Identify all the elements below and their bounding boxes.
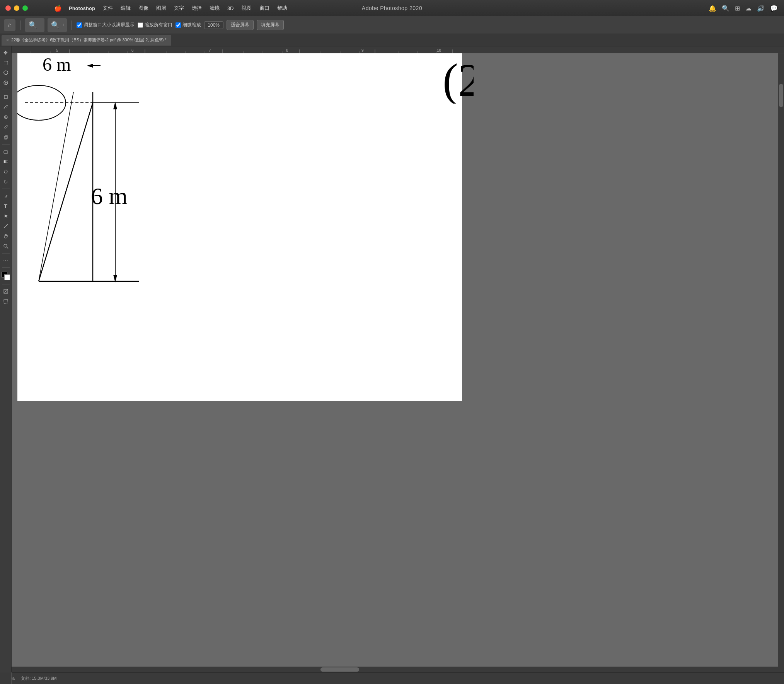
zoom-out-button[interactable]: 🔍 xyxy=(27,20,38,31)
titlebar-right-icons: 🔔 🔍 ⊞ ☁ 🔊 💬 xyxy=(709,5,778,12)
menu-edit[interactable]: 编辑 xyxy=(117,5,135,12)
apps-icon[interactable]: ⊞ xyxy=(735,5,740,12)
menu-3d[interactable]: 3D xyxy=(223,5,238,11)
fit-window-checkbox[interactable] xyxy=(77,22,82,28)
hand-tool[interactable] xyxy=(1,231,10,241)
zoom-value-input[interactable] xyxy=(204,21,223,29)
menu-view[interactable]: 视图 xyxy=(238,5,256,12)
notification-icon[interactable]: 🔔 xyxy=(709,5,716,12)
canvas-area: 6 m xyxy=(12,53,784,672)
zoom-in-icon: + xyxy=(62,23,65,27)
image-frame-tool[interactable] xyxy=(1,287,10,296)
svg-point-39 xyxy=(4,244,7,247)
svg-line-65 xyxy=(39,92,73,281)
zoom-tool[interactable] xyxy=(1,242,10,251)
apple-menu-icon[interactable]: 🍎 xyxy=(51,5,65,12)
eyedropper-tool[interactable] xyxy=(1,102,10,112)
cloud-icon[interactable]: ☁ xyxy=(745,5,752,12)
color-swatches[interactable] xyxy=(2,272,10,280)
tool-separator-3 xyxy=(2,189,10,189)
status-bar: 300% 文档: 15.0M/33.9M xyxy=(0,672,784,684)
document-tab[interactable]: × 22春《全品学练考》6数下教用（BS）素养测评卷-2.pdf @ 300% … xyxy=(2,35,171,46)
svg-text:9: 9 xyxy=(361,48,364,53)
menu-text[interactable]: 文字 xyxy=(170,5,188,12)
clone-tool[interactable] xyxy=(1,133,10,142)
toolbar-divider-1 xyxy=(20,20,20,30)
partial-label-2: (2 xyxy=(443,57,474,104)
horizontal-scrollbar-thumb[interactable] xyxy=(320,667,359,672)
toolbar-divider-2 xyxy=(72,20,72,30)
eraser-tool[interactable] xyxy=(1,147,10,156)
svg-rect-36 xyxy=(4,160,8,163)
quick-select-tool[interactable] xyxy=(1,78,10,87)
gradient-tool[interactable] xyxy=(1,157,10,166)
search-icon[interactable]: 🔍 xyxy=(722,5,729,12)
lasso-tool[interactable] xyxy=(1,68,10,77)
text-tool[interactable]: T xyxy=(1,201,10,211)
dodge-tool[interactable] xyxy=(1,177,10,186)
fit-window-label: 调整窗口大小以满屏显示 xyxy=(84,22,135,28)
options-toolbar: ⌂ 🔍 − 🔍 + 调整窗口大小以满屏显示 缩放所有窗口 细微缩放 适合屏幕 填… xyxy=(0,16,784,34)
marquee-tool[interactable]: ⬚ xyxy=(1,58,10,67)
healing-tool[interactable] xyxy=(1,112,10,122)
document-canvas[interactable]: 6 m xyxy=(17,53,462,401)
maximize-button[interactable] xyxy=(22,5,28,11)
wechat-icon[interactable]: 💬 xyxy=(770,5,778,12)
zoom-out-icon: − xyxy=(40,23,42,27)
scrubby-checkbox[interactable] xyxy=(176,22,181,28)
svg-text:8: 8 xyxy=(286,48,288,53)
menu-bar: 🍎 Photoshop 文件 编辑 图像 图层 文字 选择 滤镜 3D 视图 窗… xyxy=(51,5,291,12)
menu-window[interactable]: 窗口 xyxy=(256,5,273,12)
svg-text:6: 6 xyxy=(131,48,134,53)
shape-tool[interactable] xyxy=(1,221,10,231)
scrubby-checkbox-group[interactable]: 细微缩放 xyxy=(176,22,201,28)
pen-tool[interactable] xyxy=(1,191,10,201)
tab-close-button[interactable]: × xyxy=(6,37,9,43)
fit-screen-button[interactable]: 适合屏幕 xyxy=(227,20,254,30)
svg-text:7: 7 xyxy=(209,48,211,53)
menu-filter[interactable]: 滤镜 xyxy=(206,5,223,12)
more-tools[interactable]: ⋯ xyxy=(1,256,10,265)
horizontal-scrollbar[interactable] xyxy=(12,667,784,672)
zoom-group: 🔍 − xyxy=(25,18,44,32)
svg-line-40 xyxy=(7,247,8,248)
volume-icon[interactable]: 🔊 xyxy=(757,5,765,12)
svg-rect-35 xyxy=(4,151,8,153)
tool-separator-5 xyxy=(2,267,10,268)
close-button[interactable] xyxy=(5,5,11,11)
menu-file[interactable]: 文件 xyxy=(99,5,117,12)
svg-rect-34 xyxy=(5,136,8,138)
svg-marker-59 xyxy=(87,64,93,68)
menu-layer[interactable]: 图层 xyxy=(152,5,170,12)
artboard-tool[interactable] xyxy=(1,297,10,306)
menu-help[interactable]: 帮助 xyxy=(273,5,291,12)
svg-text:6 m: 6 m xyxy=(91,183,128,209)
vertical-scrollbar[interactable] xyxy=(778,53,784,667)
vertical-scrollbar-thumb[interactable] xyxy=(779,84,783,107)
tool-separator-2 xyxy=(2,144,10,145)
tools-panel: ✥ ⬚ T xyxy=(0,46,12,672)
brush-tool[interactable] xyxy=(1,123,10,132)
tab-bar: × 22春《全品学练考》6数下教用（BS）素养测评卷-2.pdf @ 300% … xyxy=(0,34,784,46)
background-color[interactable] xyxy=(4,274,10,280)
blur-tool[interactable] xyxy=(1,167,10,176)
minimize-button[interactable] xyxy=(14,5,19,11)
crop-tool[interactable] xyxy=(1,92,10,102)
svg-line-64 xyxy=(39,103,93,281)
fit-all-checkbox-group[interactable]: 缩放所有窗口 xyxy=(138,22,172,28)
fill-screen-button[interactable]: 填充屏幕 xyxy=(257,20,284,30)
menu-image[interactable]: 图像 xyxy=(135,5,152,12)
app-menu-photoshop[interactable]: Photoshop xyxy=(65,5,99,11)
path-select-tool[interactable] xyxy=(1,211,10,221)
window-title: Adobe Photoshop 2020 xyxy=(362,5,422,11)
move-tool[interactable]: ✥ xyxy=(1,48,10,57)
fit-all-checkbox[interactable] xyxy=(138,22,143,28)
svg-rect-33 xyxy=(4,136,7,139)
zoom-in-group: 🔍 + xyxy=(48,18,67,32)
menu-select[interactable]: 选择 xyxy=(188,5,206,12)
zoom-in-button[interactable]: 🔍 xyxy=(50,20,61,31)
home-button[interactable]: ⌂ xyxy=(4,19,15,31)
fit-window-checkbox-group[interactable]: 调整窗口大小以满屏显示 xyxy=(77,22,135,28)
svg-text:10: 10 xyxy=(437,48,441,53)
home-icon: ⌂ xyxy=(8,22,12,29)
